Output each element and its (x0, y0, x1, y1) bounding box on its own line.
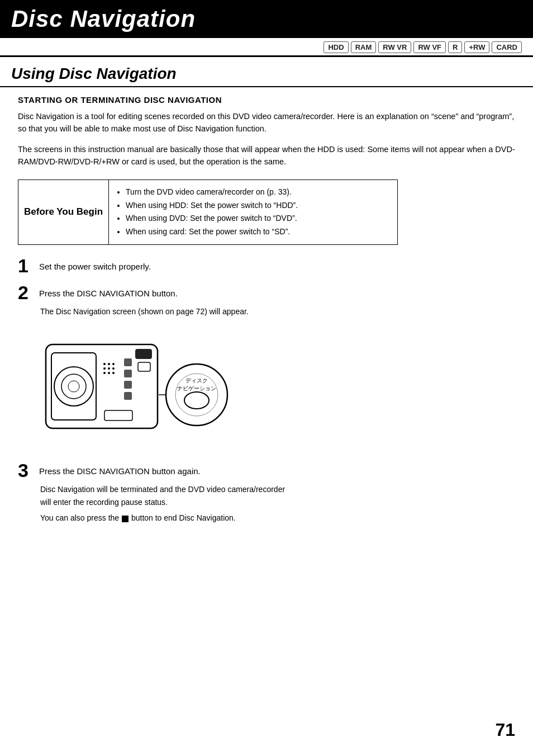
svg-point-13 (112, 372, 115, 374)
page-title: Disc Navigation (11, 6, 196, 32)
svg-point-12 (108, 372, 110, 374)
svg-point-3 (61, 374, 86, 399)
byb-bullets: Turn the DVD video camera/recorder on (p… (109, 180, 307, 244)
svg-rect-19 (138, 362, 150, 371)
intro-para1: Disc Navigation is a tool for editing sc… (18, 110, 515, 135)
svg-point-6 (108, 363, 110, 365)
svg-point-23 (184, 392, 209, 409)
svg-text:ディスク: ディスク (185, 377, 208, 384)
page-header: Disc Navigation (0, 0, 533, 38)
step-2: 2 Press the DISC NAVIGATION button. (18, 283, 515, 302)
stop-button-icon (122, 516, 129, 522)
step-3-text: Press the DISC NAVIGATION button again. (39, 461, 201, 478)
svg-rect-18 (135, 349, 152, 359)
step-3-number: 3 (18, 461, 35, 480)
svg-point-8 (103, 367, 106, 370)
step-1-text: Set the power switch properly. (39, 256, 151, 273)
step-3: 3 Press the DISC NAVIGATION button again… (18, 461, 515, 480)
byb-bullet: When using DVD: Set the power switch to … (126, 212, 298, 225)
svg-point-7 (112, 363, 115, 365)
badge-row: HDDRAMRW VRRW VFR+RWCARD (0, 38, 533, 57)
badge-ram: RAM (351, 41, 377, 53)
badge-rw-vr: RW VR (378, 41, 411, 53)
svg-point-9 (108, 367, 110, 370)
step-2-text: Press the DISC NAVIGATION button. (39, 283, 178, 300)
byb-bullet: When using card: Set the power switch to… (126, 225, 298, 239)
camera-illustration: ディスク ナビゲーション (40, 328, 230, 451)
svg-rect-20 (104, 410, 132, 420)
main-content: STARTING OR TERMINATING DISC NAVIGATION … (0, 95, 533, 525)
svg-point-2 (54, 367, 93, 406)
section-title: Using Disc Navigation (0, 57, 533, 87)
step-3-subtext: Disc Navigation will be terminated and t… (40, 483, 286, 524)
svg-point-10 (112, 367, 115, 370)
svg-point-11 (103, 372, 106, 374)
badge-rw-vf: RW VF (413, 41, 446, 53)
before-you-begin-box: Before You Begin Turn the DVD video came… (18, 179, 398, 245)
badge-r: R (448, 41, 462, 53)
svg-rect-14 (124, 358, 132, 366)
step-1-number: 1 (18, 256, 35, 275)
step-2-number: 2 (18, 283, 35, 302)
byb-label: Before You Begin (18, 180, 109, 244)
svg-point-5 (103, 363, 106, 365)
svg-text:ナビゲーション: ナビゲーション (177, 385, 216, 391)
step-1: 1 Set the power switch properly. (18, 256, 515, 275)
svg-rect-1 (51, 353, 96, 420)
svg-rect-17 (124, 392, 132, 400)
byb-bullet: Turn the DVD video camera/recorder on (p… (126, 186, 298, 199)
subsection-title: STARTING OR TERMINATING DISC NAVIGATION (18, 95, 515, 105)
badge-card: CARD (492, 41, 522, 53)
badge-hdd: HDD (323, 41, 348, 53)
page-number: 71 (495, 720, 515, 740)
svg-point-4 (68, 381, 79, 392)
step-2-subtext: The Disc Navigation screen (shown on pag… (40, 305, 286, 318)
badge-+rw: +RW (464, 41, 489, 53)
svg-rect-16 (124, 381, 132, 389)
intro-para2: The screens in this instruction manual a… (18, 143, 515, 168)
svg-rect-15 (124, 370, 132, 377)
camera-svg: ディスク ナビゲーション (40, 328, 230, 451)
byb-bullet: When using HDD: Set the power switch to … (126, 199, 298, 212)
